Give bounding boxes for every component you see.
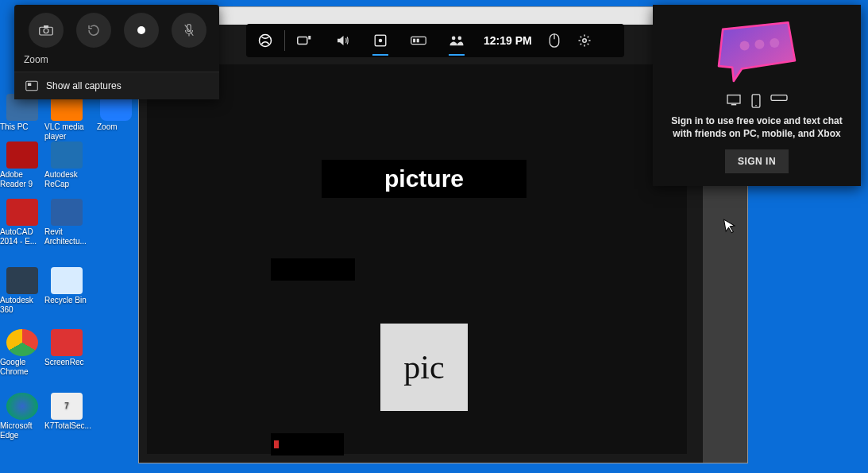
screenshot-button[interactable]	[29, 13, 64, 48]
console-icon	[770, 94, 788, 108]
content-area: picture pic	[147, 64, 687, 454]
gamebar-clock: 12:19 PM	[476, 34, 540, 47]
mic-toggle-button[interactable]	[172, 13, 206, 48]
resources-icon[interactable]	[399, 24, 438, 57]
desktop-icon-adobe-reader[interactable]: Adobe Reader 9	[0, 142, 44, 189]
svg-point-20	[740, 41, 750, 50]
desktop-icon-chrome[interactable]: Google Chrome	[0, 329, 44, 377]
chat-bubble-icon	[664, 14, 850, 91]
pc-icon	[726, 94, 742, 108]
svg-point-21	[754, 40, 764, 49]
desktop-icon-revit[interactable]: Revit Architectu...	[44, 199, 89, 246]
svg-point-0	[260, 35, 272, 47]
capture-title: Zoom	[22, 48, 211, 72]
xbox-icon[interactable]	[246, 24, 284, 57]
desktop-icon-recycle-bin[interactable]: Recycle Bin	[44, 267, 89, 305]
desktop-icon-autocad[interactable]: AutoCAD 2014 - E...	[0, 199, 44, 246]
svg-point-22	[770, 38, 779, 48]
gamebar-toolbar: 12:19 PM	[246, 24, 624, 57]
svg-rect-24	[731, 104, 736, 106]
social-message: Sign in to use free voice and text chat …	[664, 114, 850, 140]
record-icon	[137, 26, 145, 34]
desktop-icon-zoom[interactable]: Zoom	[97, 94, 135, 132]
desktop-icon-recap[interactable]: Autodesk ReCap	[44, 142, 89, 189]
refresh-icon	[87, 23, 101, 37]
svg-rect-6	[413, 39, 415, 43]
desktop-icon-k7[interactable]: 7 K7TotalSec...	[44, 393, 89, 431]
picture-label: picture	[322, 160, 527, 198]
svg-rect-19	[28, 83, 31, 86]
desktop-icon-screenrec[interactable]: ScreenRec	[44, 329, 89, 367]
desktop-icon-autodesk360[interactable]: Autodesk 360	[0, 267, 44, 315]
record-dot-icon	[274, 440, 279, 448]
mobile-icon	[751, 94, 761, 108]
show-all-captures-label: Show all captures	[46, 80, 122, 91]
svg-point-26	[755, 105, 757, 107]
mouse-icon[interactable]	[540, 24, 569, 57]
svg-point-8	[452, 37, 456, 41]
svg-rect-1	[298, 37, 307, 45]
mic-off-icon	[183, 23, 195, 37]
gallery-icon	[25, 80, 38, 91]
svg-rect-27	[771, 95, 787, 101]
social-icon[interactable]	[438, 24, 476, 57]
gear-icon[interactable]	[569, 24, 600, 57]
show-all-captures-button[interactable]: Show all captures	[14, 72, 219, 99]
desktop-icon-edge[interactable]: Microsoft Edge	[0, 393, 44, 440]
capture-widget: Zoom Show all captures	[14, 5, 219, 99]
xbox-social-card: Sign in to use free voice and text chat …	[653, 5, 861, 186]
capture-widget-icon[interactable]	[285, 24, 323, 57]
performance-icon[interactable]	[361, 24, 399, 57]
camera-icon	[39, 25, 53, 36]
svg-rect-7	[417, 39, 419, 43]
svg-point-14	[44, 29, 48, 33]
desktop-icon-this-pc[interactable]: This PC	[0, 94, 44, 132]
svg-point-4	[379, 39, 383, 43]
record-last-button[interactable]	[76, 13, 111, 48]
desktop-icon-vlc[interactable]: VLC media player	[44, 94, 89, 142]
pic-thumbnail: pic	[380, 324, 468, 411]
svg-point-12	[582, 39, 586, 43]
black-rect-1	[271, 258, 355, 281]
svg-point-9	[458, 37, 462, 41]
audio-icon[interactable]	[323, 24, 361, 57]
svg-rect-2	[308, 36, 311, 40]
svg-rect-23	[727, 95, 740, 103]
svg-rect-15	[44, 25, 48, 28]
sign-in-button[interactable]: SIGN IN	[725, 149, 789, 173]
black-rect-2	[271, 433, 344, 456]
start-recording-button[interactable]	[124, 13, 159, 48]
